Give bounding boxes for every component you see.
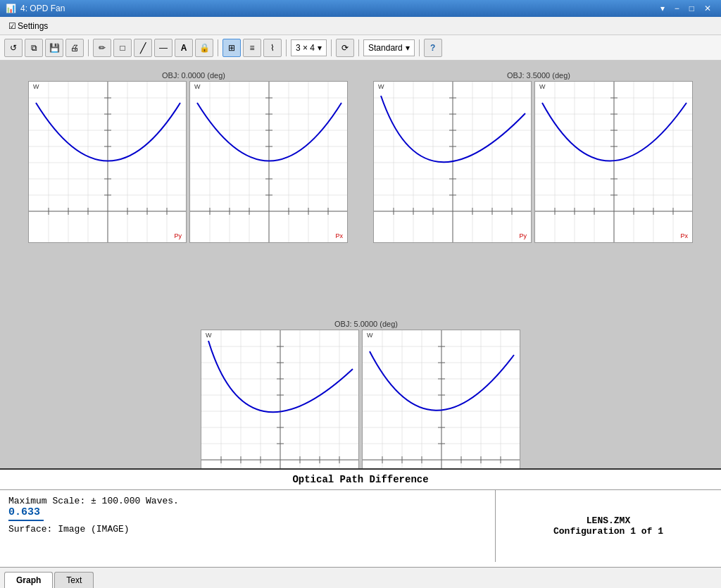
opd-value: 0.633 [8,506,487,518]
wave-button[interactable]: ⌇ [263,39,282,57]
info-title: Optical Path Difference [0,470,721,490]
tab-bar: Graph Text [0,567,721,588]
line-icon: — [159,43,168,53]
px-label-2: Px [680,232,688,239]
lock-icon: 🔒 [199,43,210,53]
separator-3 [286,39,287,56]
chart-pair-2: W [373,81,704,243]
opd-chart-2-px: W [534,81,693,243]
w-label-2-py: W [378,83,384,90]
info-left: Maximum Scale: ± 100.000 Waves. 0.633 Su… [0,490,496,562]
line-button[interactable]: — [154,39,173,57]
collapse-button[interactable]: ▾ [656,2,669,15]
tab-text[interactable]: Text [54,572,94,588]
chart-group-1-label: OBJ: 0.0000 (deg) [28,71,359,80]
opd-chart-1-px: W [189,81,348,243]
surface-text: Surface: Image (IMAGE) [8,524,487,534]
grid-button[interactable]: ⊞ [222,39,241,57]
rotation-button[interactable]: ⟳ [336,39,354,57]
save-icon: 💾 [49,43,60,53]
print-icon: 🖨 [70,43,79,53]
plot-area: OBJ: 0.0000 (deg) W [0,61,721,468]
chart-pair-3: W [201,330,532,492]
chart-group-2-label: OBJ: 3.5000 (deg) [373,71,704,80]
px-label-1: Px [335,232,343,239]
grid-size-dropdown[interactable]: 3 × 4 ▾ [291,39,327,56]
copy-icon: ⧉ [31,43,37,53]
text-button[interactable]: A [175,39,193,57]
chart-pair-1: W [28,81,359,243]
tab-text-label: Text [66,575,82,585]
separator-1 [88,39,89,56]
w-label-3-px: W [367,332,373,339]
standard-label: Standard [368,43,403,53]
opd-chart-1-py: W [28,81,187,243]
title-bar-controls: ▾ − □ ✕ [656,2,715,15]
chart-group-3: OBJ: 5.0000 (deg) W [201,320,532,492]
chart-group-3-label: OBJ: 5.0000 (deg) [201,320,532,328]
window-title: 4: OPD Fan [20,4,65,13]
info-panel: Optical Path Difference Maximum Scale: ±… [0,468,721,588]
refresh-icon: ↺ [10,43,17,53]
close-button[interactable]: ✕ [700,2,715,15]
standard-dropdown[interactable]: Standard ▾ [363,39,415,56]
opd-chart-3-px: W [362,330,520,492]
standard-arrow: ▾ [406,43,410,53]
pencil-button[interactable]: ✏ [93,39,111,57]
py-label-2: Py [519,232,527,239]
opd-chart-3-py: W [201,330,359,492]
text-icon: A [181,43,187,53]
maximize-button[interactable]: □ [685,2,698,15]
w-label-2-px: W [539,83,546,90]
window-icon: 📊 [6,4,16,13]
title-bar: 📊 4: OPD Fan ▾ − □ ✕ [0,0,721,17]
config-label-text: Configuration 1 of 1 [553,526,663,537]
grid-size-label: 3 × 4 [296,43,315,53]
separator-6 [419,39,420,56]
charts-container: OBJ: 0.0000 (deg) W [7,68,714,461]
w-label-1-py: W [33,83,39,90]
grid-icon: ⊞ [228,43,235,53]
main-content: OBJ: 0.0000 (deg) W [0,61,721,588]
separator-2 [218,39,218,56]
max-scale-text: Maximum Scale: ± 100.000 Waves. [8,496,487,506]
rotation-icon: ⟳ [341,43,349,53]
settings-checkbox: ☑ [8,21,16,31]
py-label-1: Py [174,232,182,239]
chart-svg-1-px [190,82,348,243]
arrow-icon: ╱ [140,42,146,54]
value-underline [8,520,44,521]
layers-icon: ≡ [249,43,254,53]
pencil-icon: ✏ [99,43,106,53]
wave-icon: ⌇ [270,43,275,53]
arrow-button[interactable]: ╱ [134,39,152,57]
minimize-button[interactable]: − [670,2,684,15]
tab-graph[interactable]: Graph [4,572,53,588]
print-button[interactable]: 🖨 [65,39,84,57]
tab-graph-label: Graph [16,575,41,585]
menu-bar: ☑ Settings [0,17,721,35]
info-right: LENS.ZMX Configuration 1 of 1 [496,490,721,562]
copy-button[interactable]: ⧉ [25,39,43,57]
chart-svg-3-py [201,330,359,492]
opd-chart-2-py: W [373,81,532,243]
chart-svg-2-py [374,82,532,243]
separator-5 [358,39,359,56]
lens-file-text: LENS.ZMX [587,515,630,526]
chart-svg-1-py [29,82,187,243]
layers-button[interactable]: ≡ [243,39,261,57]
save-button[interactable]: 💾 [45,39,63,57]
info-body: Maximum Scale: ± 100.000 Waves. 0.633 Su… [0,490,721,562]
chart-svg-3-px [363,330,520,492]
help-button[interactable]: ? [424,39,442,57]
title-bar-left: 📊 4: OPD Fan [6,4,65,13]
w-label-3-py: W [206,332,212,339]
refresh-button[interactable]: ↺ [4,39,23,57]
settings-menu[interactable]: ☑ Settings [3,19,54,33]
chart-group-2: OBJ: 3.5000 (deg) W [373,71,704,243]
lock-button[interactable]: 🔒 [195,39,213,57]
rect-button[interactable]: □ [113,39,132,57]
settings-label: Settings [18,21,48,31]
help-icon: ? [430,43,435,53]
toolbar: ↺ ⧉ 💾 🖨 ✏ □ ╱ — A 🔒 ⊞ ≡ ⌇ 3 × 4 ▾ ⟳ [0,35,721,61]
